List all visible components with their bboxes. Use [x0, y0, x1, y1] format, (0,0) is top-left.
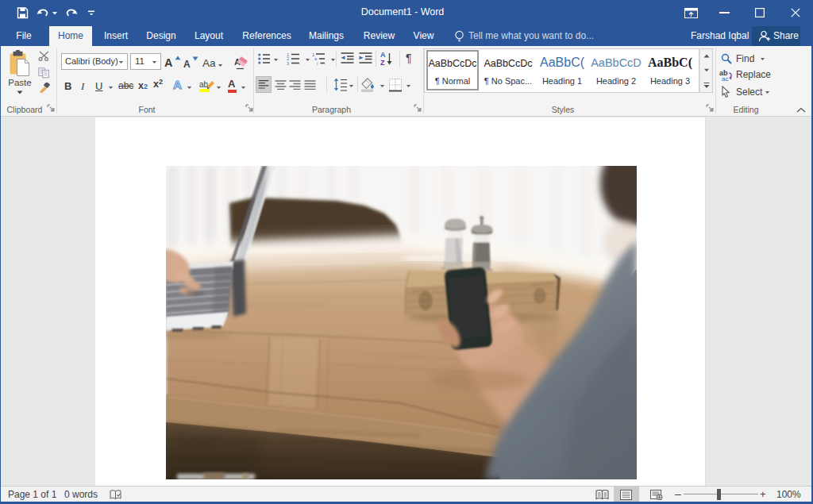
- svg-text:3: 3: [287, 61, 289, 66]
- svg-text:Z: Z: [380, 59, 385, 66]
- svg-text:ac: ac: [722, 75, 728, 81]
- svg-text:A: A: [173, 78, 182, 91]
- svg-text:A: A: [380, 51, 386, 59]
- svg-text:i: i: [317, 61, 318, 66]
- svg-text:ab: ab: [199, 80, 209, 89]
